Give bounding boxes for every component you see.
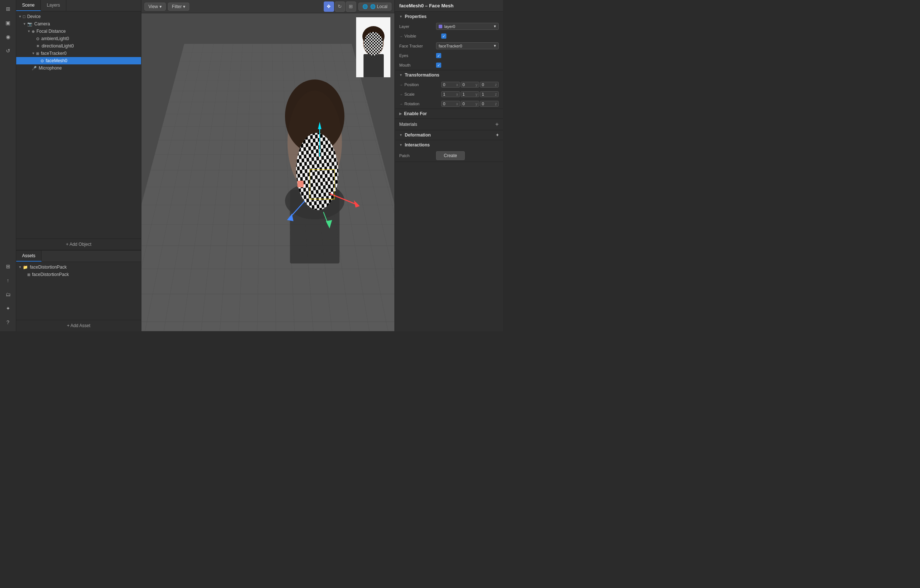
tab-assets[interactable]: Assets — [16, 250, 42, 262]
tree-item-face-distortion-pack-folder[interactable]: ▼ 📁 faceDistortionPack — [16, 263, 141, 271]
enable-for-section: ▶ Enable For — [395, 109, 503, 119]
mouth-row: Mouth ✓ — [395, 60, 503, 70]
scene-tree: ▼ □ Device ▼ 📷 Camera ▼ ⊕ Focal Distance — [16, 11, 141, 238]
upload-icon[interactable]: ↑ — [2, 275, 14, 286]
deformation-section: ▼ Deformation + — [395, 130, 503, 140]
scale-x-input[interactable] — [443, 92, 455, 96]
scale-x-field: x — [441, 91, 460, 97]
scale-tool-button[interactable]: ⊞ — [346, 2, 356, 12]
materials-section: Materials + — [395, 119, 503, 130]
layer-value: layer0 ▾ — [436, 23, 499, 30]
add-panel-icon[interactable]: ⊞ — [2, 260, 14, 272]
rotation-row: → Rotation x y z — [395, 99, 503, 108]
scale-inputs: x y z — [441, 91, 499, 97]
rotation-inputs: x y z — [441, 101, 499, 107]
viewport-toolbar: View ▾ Filter ▾ ✥ ↻ ⊞ 🌐 🌐 Local — [141, 0, 394, 13]
transformations-arrow: ▼ — [399, 73, 403, 77]
interactions-section-header[interactable]: ▼ Interactions — [395, 140, 503, 150]
materials-row[interactable]: Materials + — [395, 119, 503, 130]
local-button[interactable]: 🌐 🌐 Local — [358, 3, 392, 11]
rotate-tool-button[interactable]: ↻ — [335, 2, 345, 12]
assets-store-icon[interactable]: 🗂 — [2, 289, 14, 300]
tree-item-camera[interactable]: ▼ 📷 Camera — [16, 20, 141, 27]
visible-label: Visible — [404, 34, 441, 38]
mouth-value: ✓ — [436, 63, 499, 68]
svg-rect-17 — [297, 181, 303, 187]
add-object-button[interactable]: + Add Object — [16, 238, 141, 250]
eyes-label: Eyes — [399, 53, 436, 58]
add-asset-button[interactable]: + Add Asset — [16, 320, 141, 331]
layer-label: Layer — [399, 24, 436, 29]
viewport: View ▾ Filter ▾ ✥ ↻ ⊞ 🌐 🌐 Local — [141, 0, 394, 331]
left-panel: Scene Layers ▼ □ Device ▼ 📷 — [16, 0, 141, 331]
effects-icon[interactable]: ✦ — [2, 302, 14, 314]
enable-for-arrow: ▶ — [399, 112, 402, 116]
transformations-section-header[interactable]: ▼ Transformations — [395, 70, 503, 80]
tree-item-face-tracker[interactable]: ▼ ⊞ faceTracker0 — [16, 50, 141, 57]
patch-row: Patch Create — [395, 150, 503, 162]
scene-panel: ▼ □ Device ▼ 📷 Camera ▼ ⊕ Focal Distance — [16, 11, 141, 250]
position-y-field: y — [461, 82, 479, 87]
tree-item-device[interactable]: ▼ □ Device — [16, 13, 141, 20]
deformation-section-header[interactable]: ▼ Deformation + — [395, 130, 503, 140]
interactions-arrow: ▼ — [399, 143, 403, 147]
tree-item-focal-distance[interactable]: ▼ ⊕ Focal Distance — [16, 27, 141, 35]
view-button[interactable]: View ▾ — [144, 3, 166, 11]
interactions-section: ▼ Interactions Patch Create — [395, 140, 503, 162]
scenes-icon[interactable]: ⊞ — [2, 3, 14, 15]
tree-item-directional-light[interactable]: ☀ directionalLight0 — [16, 42, 141, 50]
assets-header: Assets — [16, 250, 141, 262]
rotation-x-input[interactable] — [443, 102, 455, 106]
position-z-input[interactable] — [482, 82, 494, 87]
create-button[interactable]: Create — [436, 151, 465, 160]
filter-button[interactable]: Filter ▾ — [168, 3, 190, 11]
scale-z-input[interactable] — [482, 92, 494, 96]
position-inputs: x y z — [441, 82, 499, 87]
layout-icon[interactable]: ▣ — [2, 17, 14, 29]
modules-icon[interactable]: ◉ — [2, 31, 14, 43]
face-tracker-dropdown[interactable]: faceTracker0 ▾ — [436, 42, 499, 49]
assets-panel: Assets ▼ 📁 faceDistortionPack ⊞ faceDist… — [16, 250, 141, 331]
mouth-checkbox[interactable]: ✓ — [436, 63, 441, 68]
rotation-y-field: y — [461, 101, 479, 107]
history-icon[interactable]: ↺ — [2, 45, 14, 57]
tree-item-ambient-light[interactable]: ⊙ ambientLight0 — [16, 35, 141, 42]
eyes-row: Eyes ✓ — [395, 51, 503, 60]
main-layout: Scene Layers ▼ □ Device ▼ 📷 — [16, 0, 503, 331]
tree-item-microphone[interactable]: 🎤 Microphone — [16, 65, 141, 72]
dropdown-arrow-icon: ▾ — [494, 24, 496, 29]
tree-item-face-distortion-pack-asset[interactable]: ⊞ faceDistortionPack — [16, 271, 141, 278]
enable-for-section-header[interactable]: ▶ Enable For — [395, 109, 503, 118]
position-row: → Position x y z — [395, 80, 503, 89]
visible-value: ✓ — [441, 34, 499, 39]
properties-section-header[interactable]: ▼ Properties — [395, 12, 503, 21]
position-x-input[interactable] — [443, 82, 455, 87]
scale-row: → Scale x y z — [395, 89, 503, 99]
move-tool-button[interactable]: ✥ — [324, 2, 334, 12]
face-tracker-value: faceTracker0 ▾ — [436, 42, 499, 49]
rotation-z-input[interactable] — [482, 102, 494, 106]
rotation-x-field: x — [441, 101, 460, 107]
scale-y-input[interactable] — [463, 92, 475, 96]
rotation-y-input[interactable] — [463, 102, 475, 106]
face-tracker-dropdown-arrow: ▾ — [494, 44, 496, 48]
help-icon[interactable]: ? — [2, 317, 14, 328]
tree-item-face-mesh[interactable]: ⊙ faceMesh0 — [16, 57, 141, 65]
position-y-input[interactable] — [463, 82, 475, 87]
preview-thumbnail — [356, 17, 391, 78]
layer-dropdown[interactable]: layer0 ▾ — [436, 23, 499, 30]
tab-layers[interactable]: Layers — [41, 0, 66, 11]
viewport-3d[interactable] — [141, 13, 394, 331]
eyes-checkbox[interactable]: ✓ — [436, 53, 441, 58]
deformation-arrow: ▼ — [399, 133, 403, 137]
visible-row: → Visible ✓ — [395, 31, 503, 41]
tab-scene[interactable]: Scene — [16, 0, 41, 11]
scale-z-field: z — [480, 91, 499, 97]
deformation-add-icon[interactable]: + — [496, 132, 499, 137]
visible-checkbox[interactable]: ✓ — [441, 34, 446, 39]
scale-y-field: y — [461, 91, 479, 97]
layer-color-dot — [439, 25, 442, 28]
left-sidebar-icons: ⊞ ▣ ◉ ↺ ⊞ ↑ 🗂 ✦ ? — [0, 0, 16, 331]
face-tracker-row: Face Tracker faceTracker0 ▾ — [395, 41, 503, 51]
materials-add-icon[interactable]: + — [496, 121, 499, 128]
